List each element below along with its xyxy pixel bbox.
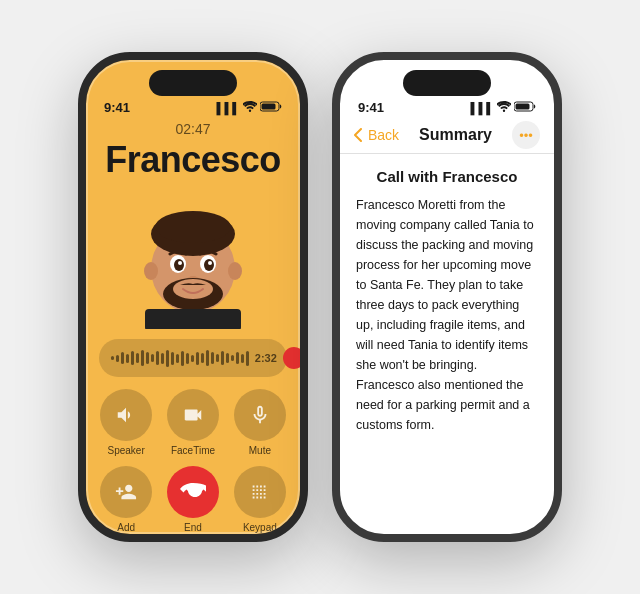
right-phone: 9:41 ▌▌▌ Back Summary ••• Call with Fran… <box>332 52 562 542</box>
waveform-bar-segment <box>191 355 194 362</box>
back-button[interactable]: Back <box>354 127 399 143</box>
waveform-bar-segment <box>116 355 119 362</box>
call-btn-speaker[interactable] <box>100 389 152 441</box>
svg-point-11 <box>174 259 184 271</box>
waveform-bar-segment <box>216 354 219 362</box>
waveform-bar-segment <box>136 353 139 363</box>
wifi-icon-right <box>497 101 511 114</box>
status-bar-left: 9:41 ▌▌▌ <box>86 96 300 115</box>
waveform-bar-segment <box>146 352 149 364</box>
call-buttons: SpeakerFaceTimeMuteAddEndKeypad <box>97 389 290 533</box>
call-btn-add-wrap: Add <box>97 466 156 533</box>
status-bar-right: 9:41 ▌▌▌ <box>340 96 554 115</box>
time-left: 9:41 <box>104 100 130 115</box>
left-phone: 9:41 ▌▌▌ 02:47 Francesco <box>78 52 308 542</box>
nav-bar: Back Summary ••• <box>340 115 554 153</box>
waveform-bar-segment <box>181 351 184 366</box>
battery-icon <box>260 101 282 114</box>
waveform-bar-segment <box>211 352 214 364</box>
svg-point-14 <box>208 261 212 265</box>
more-button[interactable]: ••• <box>512 121 540 149</box>
waveform-bar-segment <box>236 352 239 364</box>
status-icons-right: ▌▌▌ <box>471 101 536 114</box>
call-btn-mute-label: Mute <box>249 445 271 456</box>
call-btn-speaker-label: Speaker <box>108 445 145 456</box>
wifi-icon <box>243 101 257 114</box>
call-duration: 02:47 <box>175 121 210 137</box>
svg-rect-1 <box>262 104 276 110</box>
call-btn-end[interactable] <box>167 466 219 518</box>
caller-name: Francesco <box>105 139 281 181</box>
waveform-bar-segment <box>131 351 134 365</box>
waveform-bar-segment <box>151 354 154 362</box>
summary-title-nav: Summary <box>419 126 492 144</box>
time-right: 9:41 <box>358 100 384 115</box>
waveform-bar-segment <box>121 352 124 364</box>
waveform-bar-segment <box>156 351 159 365</box>
waveform-bar-segment <box>161 353 164 364</box>
waveform-bar-segment <box>226 353 229 363</box>
waveform-bar-segment <box>196 352 199 365</box>
svg-point-12 <box>204 259 214 271</box>
dynamic-island <box>149 70 237 96</box>
call-btn-add-label: Add <box>117 522 135 533</box>
call-btn-facetime-label: FaceTime <box>171 445 215 456</box>
svg-rect-18 <box>145 309 241 329</box>
waveform-bar-segment <box>166 350 169 367</box>
summary-body: Francesco Moretti from the moving compan… <box>356 195 538 435</box>
waveform-bar-segment <box>176 354 179 363</box>
waveform-bar-segment <box>201 353 204 363</box>
call-btn-end-wrap: End <box>164 466 223 533</box>
waveform-bar-segment <box>171 352 174 365</box>
status-icons-left: ▌▌▌ <box>217 101 282 114</box>
call-screen: 02:47 Francesco <box>86 115 300 542</box>
waveform-bar-segment <box>111 356 114 360</box>
call-btn-keypad-wrap: Keypad <box>230 466 289 533</box>
memoji <box>128 189 258 329</box>
waveform <box>111 348 249 368</box>
call-btn-add[interactable] <box>100 466 152 518</box>
waveform-bar-segment <box>186 353 189 364</box>
call-btn-end-label: End <box>184 522 202 533</box>
summary-call-title: Call with Francesco <box>356 168 538 185</box>
battery-icon-right <box>514 101 536 114</box>
svg-point-13 <box>178 261 182 265</box>
call-btn-mute-wrap: Mute <box>230 389 289 456</box>
svg-point-7 <box>144 262 158 280</box>
divider <box>340 153 554 154</box>
call-btn-speaker-wrap: Speaker <box>97 389 156 456</box>
svg-rect-20 <box>516 104 530 110</box>
call-btn-keypad-label: Keypad <box>243 522 277 533</box>
call-btn-facetime[interactable] <box>167 389 219 441</box>
waveform-bar-segment <box>231 355 234 361</box>
waveform-bar: 2:32 <box>99 339 287 377</box>
svg-point-8 <box>228 262 242 280</box>
signal-icon: ▌▌▌ <box>217 102 240 114</box>
waveform-bar-segment <box>241 354 244 363</box>
waveform-bar-segment <box>141 350 144 366</box>
call-btn-keypad[interactable] <box>234 466 286 518</box>
waveform-bar-segment <box>246 351 249 366</box>
back-label: Back <box>368 127 399 143</box>
dynamic-island-right <box>403 70 491 96</box>
waveform-bar-segment <box>126 354 129 363</box>
signal-icon-right: ▌▌▌ <box>471 102 494 114</box>
call-btn-facetime-wrap: FaceTime <box>164 389 223 456</box>
summary-screen: Back Summary ••• Call with Francesco Fra… <box>340 115 554 542</box>
waveform-bar-segment <box>206 350 209 366</box>
svg-point-17 <box>173 279 213 299</box>
svg-point-6 <box>155 211 231 243</box>
waveform-bar-segment <box>221 351 224 365</box>
call-btn-mute[interactable] <box>234 389 286 441</box>
waveform-time: 2:32 <box>255 352 277 364</box>
summary-content: Call with Francesco Francesco Moretti fr… <box>340 164 554 542</box>
record-button[interactable] <box>283 347 305 369</box>
more-icon: ••• <box>519 128 533 143</box>
